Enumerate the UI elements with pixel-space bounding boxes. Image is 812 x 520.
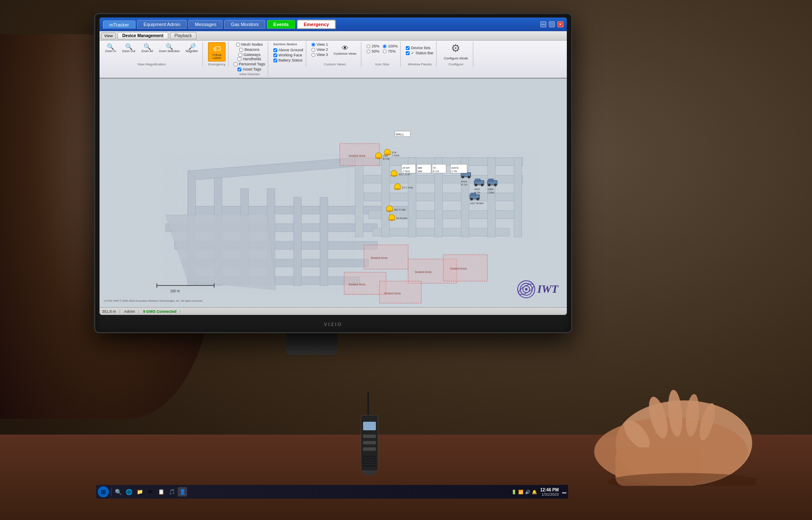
svg-rect-58 [475,179,480,181]
svg-text:WALL: WALL [396,132,404,136]
ribbon-group-magnification: 🔍 Zoom In 🔍 Zoom Out 🔍 Zoom All 🔍 [101,41,203,67]
svg-text:CSNo: CSNo [487,191,495,194]
tab-equipment-admin[interactable]: Equipment Admin [137,20,187,29]
svg-text:578: 578 [392,151,396,154]
zoom-out-button[interactable]: 🔍 Zoom Out [120,42,138,54]
minimize-button[interactable]: — [540,21,546,27]
section-nodes-title: Section Nodes [273,42,303,46]
tab-playback[interactable]: Playback [170,32,197,39]
svg-point-108 [525,288,528,291]
battery-icon: 🔋 [511,490,516,494]
svg-text:R CA: R CA [433,170,440,173]
checkbox-handhelds[interactable]: Handhelds [237,57,261,61]
tab-mtracker[interactable]: mTracker [103,21,135,29]
svg-text:MM: MM [418,170,422,173]
svg-rect-64 [488,179,493,181]
emergency-label: Emergency [208,62,225,66]
start-button[interactable]: ⊞ [98,486,109,497]
tab-emergency[interactable]: Emergency [297,20,336,29]
taskbar-explorer-button[interactable]: 📁 [135,487,144,496]
window-panels-label: Window Panels [406,62,434,66]
status-bar: 351.8 m Admin 9 GWS Connected [100,307,567,315]
taskbar-user-button[interactable]: 👤 [178,487,187,496]
restore-button[interactable]: □ [549,21,555,27]
svg-text:Sealed Area: Sealed Area [371,256,388,260]
radio-device [359,392,380,486]
checkbox-mesh-nodes[interactable]: Mesh Nodes [236,42,263,47]
svg-text:1917 M MO: 1917 M MO [470,202,484,205]
tab-events[interactable]: Events [267,20,295,29]
close-button[interactable]: ✕ [557,21,563,27]
iwt-text: IWT [537,283,558,296]
taskbar-apps-button[interactable]: 📋 [156,487,166,496]
checkbox-working-face[interactable]: Working Face [273,53,303,57]
configure-mode-button[interactable]: Configure Mode [442,55,470,62]
checkbox-personnel-tags[interactable]: Personnel Tags [234,62,265,66]
taskbar-apps-icon: 📋 [158,489,164,495]
radio-75pct[interactable]: 75% [383,49,396,53]
radio-view1[interactable]: View 1 [311,42,328,47]
svg-text:2 TR: 2 TR [451,170,457,173]
custom-views-label: Custom Views [311,62,358,66]
checkbox-gateways[interactable]: Gateways [238,53,261,57]
tab-device-management[interactable]: Device Management [117,32,168,39]
ribbon-group-configure: ⚙ Configure Mode Configure [440,41,473,67]
taskbar-user-icon: 👤 [179,489,186,495]
zoom-all-button[interactable]: 🔍 Zoom All [139,42,155,54]
radio-50pct[interactable]: 50% [366,49,379,53]
taskbar-browser-button[interactable]: 🌐 [124,487,134,496]
notification-icon[interactable]: 🔔 [532,490,537,494]
wifi-icon: 📶 [518,490,523,494]
show-desktop-icon[interactable]: ▬ [562,490,566,494]
zoom-all-icon: 🔍 [144,44,151,50]
customize-views-icon: 👁 [342,44,349,52]
svg-rect-73 [394,188,401,189]
radio-view2[interactable]: View 2 [311,47,328,52]
checkbox-beacons[interactable]: Beacons [239,47,259,52]
zoom-in-button[interactable]: 🔍 Zoom In [103,42,118,54]
radio-100pct[interactable]: 100% [383,44,398,48]
ribbon-group-view-devices: Mesh Nodes Beacons Gateways Handhelds [232,41,268,77]
svg-text:357 T OB: 357 T OB [394,208,405,211]
hands-svg [522,349,756,486]
svg-text:150 m: 150 m [170,289,180,293]
radio-25pct[interactable]: 25% [366,44,379,48]
taskbar-mail-button[interactable]: ✉ [146,487,155,496]
iwt-logo: IWT [517,280,558,299]
svg-text:70: 70 [433,166,436,169]
monitor-stand [286,333,337,355]
svg-point-65 [488,184,490,186]
customize-views-button[interactable]: 👁 Customize Views [331,43,359,56]
svg-point-83 [470,198,473,200]
svg-point-59 [475,184,477,186]
checkbox-above-ground[interactable]: Above Ground [273,48,303,52]
view-devices-label: View Devices [234,71,265,76]
magnification-label: View Magnification [103,62,200,66]
radio-view3[interactable]: View 3 [311,53,328,57]
radio-svg [359,392,380,486]
map-area[interactable]: Sealed Area Sealed Area Sealed Area Seal… [100,79,567,307]
view-devices-col2: Handhelds Personnel Tags Asset Tags [234,57,265,71]
checkbox-status-bar[interactable]: ✓ Status Bar [406,51,434,55]
svg-rect-70 [390,175,398,176]
magnifier-button[interactable]: 🔎 Magnifier [184,42,200,54]
zoom-selection-button[interactable]: 🔍 Zoom Selection [157,42,182,54]
svg-point-53 [461,176,464,178]
checkbox-asset-tags[interactable]: Asset Tags [237,67,261,71]
taskbar-search-button[interactable]: 🔍 [114,487,123,496]
ribbon-toolbar: 🔍 Zoom In 🔍 Zoom Out 🔍 Zoom All 🔍 [100,41,567,79]
svg-rect-122 [363,435,376,438]
tab-gas-monitors[interactable]: Gas Monitors [224,20,265,29]
tab-messages[interactable]: Messages [188,20,223,29]
zoom-out-icon: 🔍 [125,44,132,50]
taskbar-store-button[interactable]: 🎵 [167,487,176,496]
svg-rect-27 [161,153,355,294]
svg-rect-125 [363,456,376,467]
svg-rect-124 [363,447,376,451]
critical-labels-button[interactable]: 🏷 Critical Labels [208,42,225,62]
window-controls: — □ ✕ [540,21,563,27]
svg-text:J SAN: J SAN [392,154,399,157]
svg-text:Sealed Area: Sealed Area [349,154,366,158]
checkbox-device-lists[interactable]: Device lists [406,46,434,50]
checkbox-battery-status[interactable]: Battery Status [273,58,303,62]
